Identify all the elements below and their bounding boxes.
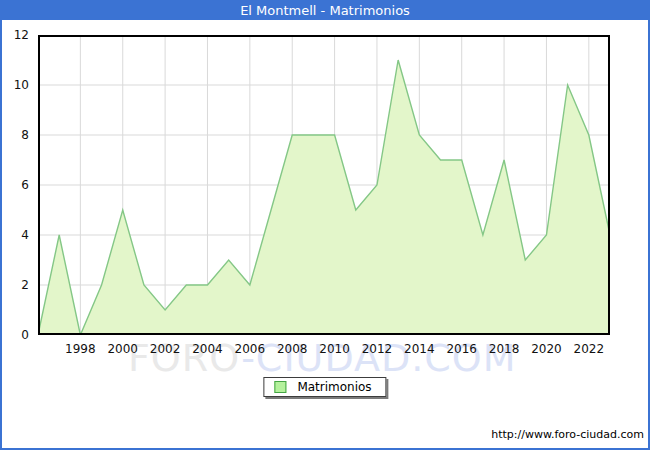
y-tick-label: 2	[2, 278, 29, 292]
x-tick-label: 2006	[228, 342, 272, 356]
y-tick-label: 4	[2, 228, 29, 242]
y-tick-label: 10	[2, 78, 29, 92]
x-tick-label: 2014	[397, 342, 441, 356]
x-tick-label: 2000	[101, 342, 145, 356]
chart-title: El Montmell - Matrimonios	[240, 3, 410, 18]
area-fill	[38, 60, 610, 335]
x-tick-label: 2002	[143, 342, 187, 356]
legend-swatch-icon	[274, 381, 286, 393]
footer-url: http://www.foro-ciudad.com	[491, 428, 644, 441]
x-tick-label: 2016	[440, 342, 484, 356]
x-tick-label: 2010	[313, 342, 357, 356]
x-tick-label: 2004	[185, 342, 229, 356]
x-tick-label: 2012	[355, 342, 399, 356]
x-tick-label: 1998	[58, 342, 102, 356]
legend: Matrimonios	[263, 377, 386, 397]
legend-label: Matrimonios	[297, 380, 371, 394]
y-tick-label: 8	[2, 128, 29, 142]
area-chart-svg	[38, 35, 610, 335]
y-tick-label: 6	[2, 178, 29, 192]
y-tick-label: 12	[2, 28, 29, 42]
x-tick-label: 2022	[567, 342, 611, 356]
title-bar: El Montmell - Matrimonios	[2, 2, 648, 20]
chart-window: El Montmell - Matrimonios FORO-CIUDAD.CO…	[0, 0, 650, 450]
x-tick-label: 2018	[482, 342, 526, 356]
y-tick-label: 0	[2, 328, 29, 342]
x-tick-label: 2020	[524, 342, 568, 356]
x-tick-label: 2008	[270, 342, 314, 356]
plot-area	[38, 35, 610, 335]
